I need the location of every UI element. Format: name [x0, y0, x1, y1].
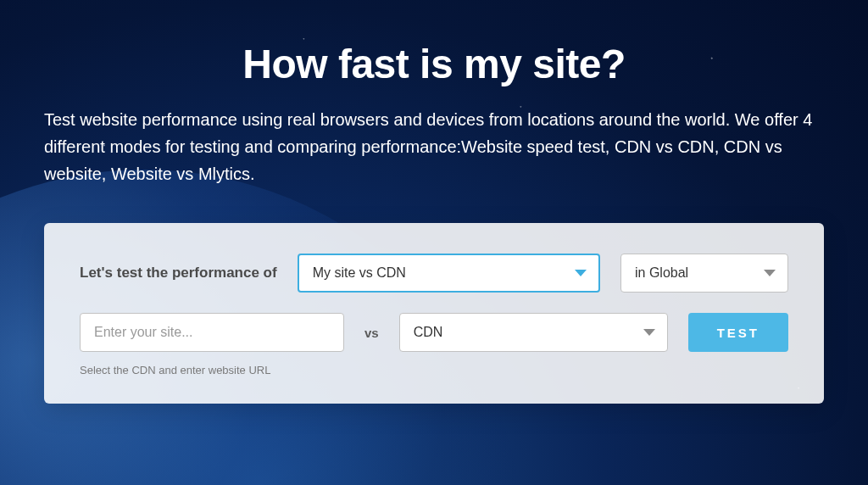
region-select-value: in Global: [635, 265, 688, 281]
chevron-down-icon: [643, 329, 655, 336]
test-button[interactable]: TEST: [688, 313, 788, 352]
vs-label: vs: [364, 326, 379, 340]
page-subtitle: Test website performance using real brow…: [44, 106, 824, 187]
site-url-input[interactable]: [80, 313, 344, 352]
test-form-card: Let's test the performance of My site vs…: [44, 223, 824, 404]
mode-select[interactable]: My site vs CDN: [298, 254, 600, 293]
chevron-down-icon: [575, 270, 587, 276]
lead-label: Let's test the performance of: [80, 265, 277, 282]
chevron-down-icon: [764, 270, 776, 276]
region-select[interactable]: in Global: [620, 254, 788, 293]
cdn-select[interactable]: CDN: [399, 313, 668, 352]
form-hint: Select the CDN and enter website URL: [80, 364, 788, 376]
page-title: How fast is my site?: [44, 41, 824, 87]
mode-select-value: My site vs CDN: [313, 265, 406, 281]
cdn-select-value: CDN: [414, 325, 443, 340]
